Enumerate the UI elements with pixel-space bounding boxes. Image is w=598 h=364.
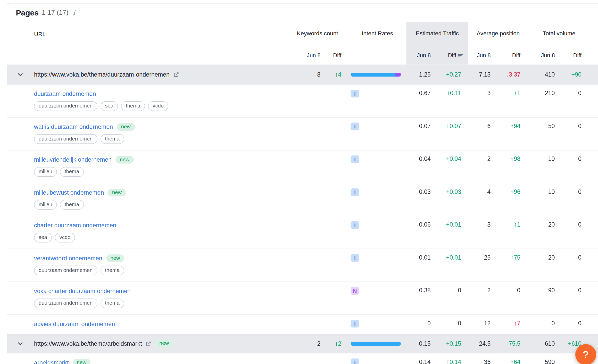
tag: milieu (34, 167, 57, 177)
keywords-count-diff: ↑2 (325, 340, 348, 347)
keyword-link[interactable]: arbeidsmarkt (34, 359, 69, 364)
keyword-row: advies duurzaam ondernemen I 0 0 12 ↓7 0… (7, 315, 598, 334)
position-value: 36 (468, 353, 495, 364)
subheader-volume-diff[interactable]: Diff (560, 52, 590, 59)
position-value: 3 (468, 216, 495, 249)
position-diff: ↓7 (495, 315, 528, 334)
subheader-keywords-diff[interactable]: Diff (325, 52, 348, 59)
new-badge: new (106, 254, 124, 262)
chevron-down-icon[interactable] (16, 72, 24, 78)
keyword-link[interactable]: milieuvriendelijk ondernemen (34, 156, 112, 163)
chevron-down-icon[interactable] (16, 341, 24, 347)
keyword-tags: duurzaam ondernemen sea thema vcdo (34, 101, 287, 111)
volume-value: 20 (528, 249, 560, 282)
position-diff: ↑1 (495, 216, 528, 249)
column-header-estimated-traffic: Estimated Traffic Jun 8 Diff (406, 22, 468, 65)
table-header: URL Keywords count Jun 8 Diff Intent Rat… (7, 22, 598, 65)
info-icon[interactable]: i (73, 9, 75, 16)
tag: thema (100, 266, 124, 276)
tag: duurzaam ondernemen (34, 134, 97, 144)
position-diff: ↑96 (495, 183, 528, 216)
position-value: 3 (468, 85, 495, 117)
viewport: Pages 1-17 (17) i URL Keywords count Jun… (0, 0, 598, 364)
column-header-total-volume: Total volume Jun 8 Diff (528, 22, 590, 65)
tag: duurzaam ondernemen (34, 266, 97, 276)
position-value: 2 (468, 151, 495, 183)
intent-badge-informational: I (351, 359, 359, 364)
intent-badge-informational: I (351, 123, 359, 130)
keyword-tags: duurzaam ondernemen thema (34, 299, 287, 308)
keyword-link[interactable]: verantwoord ondernemen (34, 255, 102, 262)
traffic-diff: +0.01 (435, 249, 468, 282)
traffic-diff: 0 (435, 282, 468, 315)
position-value: 4 (468, 183, 495, 216)
keyword-row: milieubewust ondernemen new milieu thema… (7, 183, 598, 216)
keyword-tags: duurzaam ondernemen thema (34, 134, 287, 144)
volume-diff: 0 (560, 151, 590, 183)
page-group-row: https://www.voka.be/thema/duurzaam-onder… (7, 65, 598, 84)
subheader-position-date[interactable]: Jun 8 (468, 52, 495, 59)
position-diff: ↓3.37 (495, 71, 528, 78)
traffic-value: 0.14 (406, 353, 436, 364)
volume-diff: 0 (560, 249, 590, 282)
help-button[interactable]: ? (575, 344, 596, 364)
position-value: 25 (468, 249, 495, 282)
intent-rates-bar (351, 342, 401, 345)
subheader-traffic-date[interactable]: Jun 8 (406, 52, 436, 59)
subheader-traffic-diff[interactable]: Diff (435, 52, 468, 59)
keyword-tags: duurzaam ondernemen thema (34, 266, 287, 276)
intent-badge-informational: I (351, 90, 359, 97)
keyword-link[interactable]: charter duurzaam ondernemen (34, 222, 116, 229)
intent-badge-informational: I (351, 155, 359, 163)
keyword-row: arbeidsmarkt new I 0.14 +0.14 36 ↑64 590 (7, 353, 598, 364)
volume-value: 50 (528, 118, 560, 150)
volume-diff: 0 (560, 315, 590, 334)
column-header-intent-rates: Intent Rates (348, 22, 406, 65)
tag: milieu (34, 200, 57, 210)
volume-value: 10 (528, 151, 560, 183)
card-header: Pages 1-17 (17) i (7, 4, 598, 22)
tag: thema (60, 200, 84, 210)
tag: thema (100, 134, 124, 144)
subheader-volume-date[interactable]: Jun 8 (528, 52, 560, 59)
keyword-link[interactable]: duurzaam ondernemen (34, 90, 96, 97)
keyword-tags: milieu thema (34, 167, 287, 177)
keyword-tags: milieu thema (34, 200, 287, 210)
keyword-row: verantwoord ondernemen new duurzaam onde… (7, 249, 598, 282)
position-diff: ↑94 (495, 118, 528, 150)
new-badge: new (108, 189, 126, 197)
external-link-icon[interactable] (173, 72, 179, 77)
sort-icon[interactable] (458, 54, 463, 56)
traffic-value: 0.38 (406, 282, 436, 315)
column-header-url[interactable]: URL (7, 22, 287, 65)
keyword-tags: sea vcdo (34, 233, 287, 243)
position-diff: 0 (495, 282, 528, 315)
traffic-value: 0.06 (406, 216, 436, 249)
intent-badge-navigational: N (351, 287, 359, 295)
volume-diff: 0 (560, 183, 590, 216)
tag: vcdo (148, 101, 168, 111)
subheader-keywords-date[interactable]: Jun 8 (287, 52, 325, 59)
volume-diff: 0 (560, 118, 590, 150)
traffic-value: 0.07 (406, 118, 436, 150)
subheader-position-diff[interactable]: Diff (495, 52, 528, 59)
tag: thema (121, 101, 145, 111)
traffic-value: 0.15 (406, 340, 436, 347)
new-badge: new (115, 156, 134, 164)
tag: sea (34, 233, 52, 243)
traffic-value: 1.25 (406, 71, 436, 78)
page-group-row: https://www.voka.be/thema/arbeidsmarkt n… (7, 334, 598, 353)
keyword-link[interactable]: wat is duurzaam ondernemen (34, 123, 113, 130)
position-value: 12 (468, 315, 495, 334)
external-link-icon[interactable] (146, 341, 151, 346)
page-url: https://www.voka.be/thema/duurzaam-onder… (34, 71, 170, 78)
tag: duurzaam ondernemen (34, 101, 97, 111)
keyword-link[interactable]: voka charter duurzaam ondernemen (34, 288, 131, 295)
keyword-link[interactable]: milieubewust ondernemen (34, 189, 104, 196)
keyword-link[interactable]: advies duurzaam ondernemen (34, 321, 115, 328)
intent-badge-informational: I (351, 188, 359, 196)
intent-badge-informational: I (351, 254, 359, 262)
traffic-value: 0.67 (406, 85, 436, 117)
position-diff: ↑98 (495, 151, 528, 183)
keyword-row: milieuvriendelijk ondernemen new milieu … (7, 150, 598, 183)
